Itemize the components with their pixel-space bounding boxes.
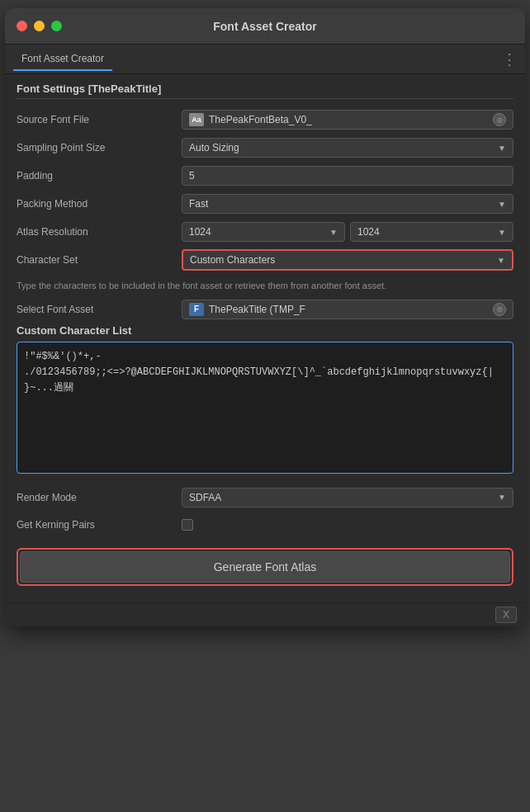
sampling-point-size-value: Auto Sizing xyxy=(189,142,239,153)
packing-method-control: Fast ▼ xyxy=(182,194,513,214)
padding-control xyxy=(182,166,513,186)
sampling-point-size-label: Sampling Point Size xyxy=(17,142,182,153)
atlas-res2-arrow: ▼ xyxy=(498,228,506,237)
bottom-close-button[interactable]: X xyxy=(495,607,517,623)
sampling-dropdown-arrow: ▼ xyxy=(498,144,506,153)
source-font-value: ThePeakFontBeta_V0_ xyxy=(209,114,312,125)
atlas-resolution-label: Atlas Resolution xyxy=(17,226,182,238)
maximize-button[interactable] xyxy=(51,21,62,31)
source-font-picker-button[interactable]: ◎ xyxy=(493,113,506,126)
select-font-asset-row: Select Font Asset F ThePeakTitle (TMP_F … xyxy=(17,300,513,319)
select-font-asset-picker-button[interactable]: ◎ xyxy=(493,303,506,316)
atlas-res1-arrow: ▼ xyxy=(329,228,338,237)
character-set-row: Character Set Custom Characters ▼ xyxy=(17,248,513,272)
atlas-resolution-value2: 1024 xyxy=(357,226,380,238)
character-set-dropdown[interactable]: Custom Characters ▼ xyxy=(182,249,513,271)
sampling-point-size-control: Auto Sizing ▼ xyxy=(182,138,513,158)
select-font-icon: F xyxy=(189,303,204,316)
tab-more-icon[interactable]: ⋮ xyxy=(502,50,517,68)
select-font-asset-label: Select Font Asset xyxy=(17,304,182,315)
main-content: Font Settings [ThePeakTitle] Source Font… xyxy=(5,74,525,602)
source-font-label: Source Font File xyxy=(17,114,182,125)
character-set-value: Custom Characters xyxy=(190,254,275,266)
select-font-asset-value: ThePeakTitle (TMP_F xyxy=(209,304,305,315)
render-mode-control: SDFAA ▼ xyxy=(182,488,513,508)
minimize-button[interactable] xyxy=(34,21,45,31)
packing-method-value: Fast xyxy=(189,198,208,210)
get-kerning-label: Get Kerning Pairs xyxy=(17,519,182,531)
render-mode-dropdown[interactable]: SDFAA ▼ xyxy=(182,488,513,508)
window-controls xyxy=(17,21,62,31)
render-mode-row: Render Mode SDFAA ▼ xyxy=(17,485,513,510)
sampling-point-size-dropdown[interactable]: Auto Sizing ▼ xyxy=(182,138,513,158)
render-mode-value: SDFAA xyxy=(189,492,221,503)
source-font-row: Source Font File Aa ThePeakFontBeta_V0_ … xyxy=(17,107,513,132)
custom-char-list-title: Custom Character List xyxy=(17,324,513,337)
info-text: Type the characters to be included in th… xyxy=(17,279,513,293)
padding-label: Padding xyxy=(17,170,182,182)
titlebar: Font Asset Creator xyxy=(5,8,525,45)
generate-button-wrapper: Generate Font Atlas xyxy=(17,548,513,586)
close-button[interactable] xyxy=(17,21,27,31)
tabbar: Font Asset Creator ⋮ xyxy=(5,45,525,74)
character-set-control: Custom Characters ▼ xyxy=(182,249,513,271)
generate-font-atlas-button[interactable]: Generate Font Atlas xyxy=(20,551,510,583)
padding-row: Padding xyxy=(17,163,513,188)
charset-dropdown-arrow: ▼ xyxy=(497,256,505,265)
font-asset-creator-window: Font Asset Creator Font Asset Creator ⋮ … xyxy=(5,8,525,626)
atlas-resolution-control: 1024 ▼ 1024 ▼ xyxy=(182,222,513,242)
section-title: Font Settings [ThePeakTitle] xyxy=(17,83,513,99)
render-mode-arrow: ▼ xyxy=(498,493,506,502)
bottom-bar: X xyxy=(5,602,525,626)
atlas-resolution-dropdown-1[interactable]: 1024 ▼ xyxy=(182,222,345,242)
atlas-resolution-value1: 1024 xyxy=(189,226,211,238)
tab-font-asset-creator[interactable]: Font Asset Creator xyxy=(13,48,112,71)
font-file-icon: Aa xyxy=(189,113,204,126)
window-title: Font Asset Creator xyxy=(213,20,317,33)
custom-char-textarea[interactable]: !"#$%&'()*+,- ./0123456789;;<=>?@ABCDEFG… xyxy=(17,342,513,474)
atlas-resolution-dropdown-2[interactable]: 1024 ▼ xyxy=(350,222,513,242)
character-set-label: Character Set xyxy=(17,254,182,266)
select-font-asset-control[interactable]: F ThePeakTitle (TMP_F ◎ xyxy=(182,300,513,319)
render-mode-label: Render Mode xyxy=(17,492,182,503)
sampling-point-size-row: Sampling Point Size Auto Sizing ▼ xyxy=(17,135,513,160)
get-kerning-row: Get Kerning Pairs xyxy=(17,513,513,536)
padding-input[interactable] xyxy=(182,166,513,186)
packing-method-row: Packing Method Fast ▼ xyxy=(17,191,513,216)
get-kerning-checkbox[interactable] xyxy=(182,519,193,531)
packing-dropdown-arrow: ▼ xyxy=(498,200,506,209)
source-font-control[interactable]: Aa ThePeakFontBeta_V0_ ◎ xyxy=(182,110,513,130)
atlas-resolution-row: Atlas Resolution 1024 ▼ 1024 ▼ xyxy=(17,220,513,244)
packing-method-label: Packing Method xyxy=(17,198,182,210)
packing-method-dropdown[interactable]: Fast ▼ xyxy=(182,194,513,214)
